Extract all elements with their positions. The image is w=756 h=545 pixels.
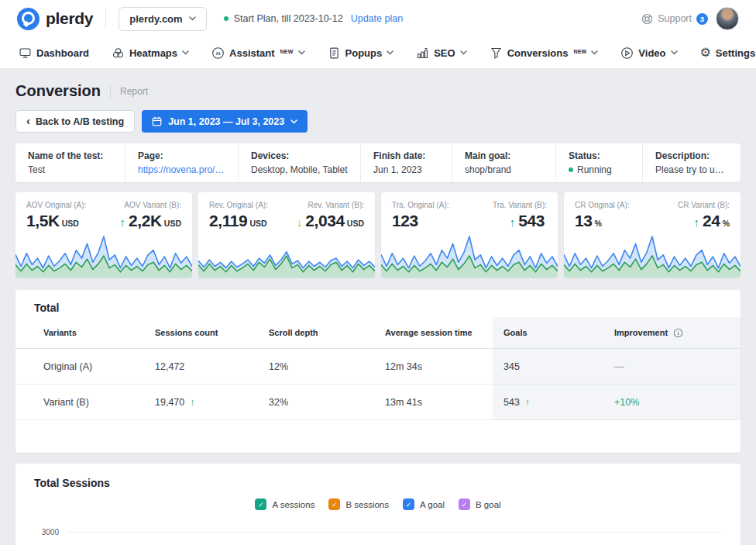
legend-a-goal[interactable]: A goal: [403, 498, 445, 510]
metric-card-aov: AOV Original (A): AOV Variant (B): 1,5KU…: [15, 192, 192, 278]
col-scroll-depth: Scroll depth: [258, 317, 374, 349]
legend-b-sessions[interactable]: B sessions: [328, 498, 389, 510]
cell-goals: 543↑: [493, 385, 603, 420]
metric-label: CR Variant (B):: [678, 201, 730, 209]
metric-value: 1,5K: [26, 212, 60, 229]
metric-label: AOV Original (A):: [26, 201, 86, 209]
nav-dashboard[interactable]: Dashboard: [19, 47, 89, 60]
calendar-icon: [152, 116, 162, 126]
checkbox-icon[interactable]: [459, 498, 470, 510]
plan-info: Start Plan, till 2023-10-12 Update plan: [224, 13, 403, 24]
legend-b-goal[interactable]: B goal: [459, 498, 501, 510]
nav-settings[interactable]: ⚙ Settings: [700, 47, 756, 59]
metric-value: 13: [575, 212, 593, 229]
field-devices: Devices: Desktop, Mobile, Tablet: [239, 143, 361, 182]
chart-legend: A sessions B sessions A goal B goal: [15, 498, 741, 510]
legend-a-sessions[interactable]: A sessions: [255, 498, 314, 510]
up-arrow-icon: ↑: [190, 396, 195, 408]
sparkline-chart: [15, 235, 192, 278]
field-test-name: Name of the test: Test: [15, 143, 125, 182]
test-page-link[interactable]: https://novena.pro/novos...: [138, 164, 225, 175]
domain-select[interactable]: plerdy.com: [119, 7, 206, 31]
plerdy-logo-icon: [17, 8, 40, 30]
field-main-goal: Main goal: shop/brand: [452, 143, 556, 182]
breadcrumb: Report: [120, 86, 148, 97]
plerdy-logo[interactable]: plerdy: [17, 8, 93, 30]
status-value: Running: [577, 164, 612, 175]
plan-status-dot: [224, 16, 229, 21]
new-badge: NEW: [280, 49, 294, 54]
date-range-button[interactable]: Jun 1, 2023 — Jul 3, 2023: [142, 110, 308, 133]
nav-label: Heatmaps: [129, 47, 177, 59]
nav-label: Video: [638, 47, 665, 59]
cell-variant: Variant (B): [15, 385, 144, 420]
funnel-icon: [490, 47, 503, 60]
metric-unit: %: [723, 219, 730, 228]
metric-label: Tra. Original (A):: [392, 201, 449, 209]
page-title: Conversion: [15, 82, 101, 100]
checkbox-icon[interactable]: [328, 498, 340, 510]
metric-label: AOV Variant (B):: [124, 201, 181, 209]
nav-label: Settings: [716, 47, 755, 59]
nav-label: Popups: [345, 47, 383, 59]
nav-heatmaps[interactable]: Heatmaps: [112, 47, 189, 60]
nav-label: Conversions: [507, 47, 569, 59]
chevron-down-icon: [460, 50, 467, 55]
heatmaps-icon: [112, 47, 125, 60]
support-label: Support: [658, 13, 692, 24]
top-header: plerdy plerdy.com Start Plan, till 2023-…: [0, 0, 756, 37]
nav-popups[interactable]: Popups: [328, 47, 394, 60]
nav-label: Dashboard: [36, 47, 89, 59]
nav-assistant[interactable]: AI AssistantNEW: [211, 47, 304, 60]
cell-variant: Original (A): [15, 349, 144, 385]
metric-unit: USD: [62, 219, 79, 228]
back-to-ab-testing-button[interactable]: ‹ Back to A/B testing: [15, 110, 135, 133]
cell-sessions: 12,472: [144, 349, 258, 385]
trend-arrow-icon: ↑: [120, 216, 126, 229]
info-icon[interactable]: [673, 328, 683, 338]
totals-section: Total Variants Sessions count Scroll dep…: [15, 290, 741, 453]
metric-card-cr: CR Original (A): CR Variant (B): 13% ↑24…: [564, 192, 741, 278]
bar-chart-icon: [416, 47, 429, 60]
checkbox-icon[interactable]: [403, 498, 414, 510]
y-axis-tick: 3000: [34, 528, 59, 536]
nav-seo[interactable]: SEO: [416, 47, 466, 60]
metric-value: 123: [392, 212, 418, 229]
chevron-down-icon: [387, 50, 393, 55]
domain-select-value: plerdy.com: [129, 13, 182, 25]
date-range-label: Jun 1, 2023 — Jul 3, 2023: [168, 116, 284, 127]
totals-title: Total: [15, 290, 741, 317]
sessions-chart-grid: 3000 2400: [15, 521, 741, 545]
up-arrow-icon: ↑: [525, 396, 531, 408]
chevron-down-icon: [671, 50, 678, 55]
metric-value: 2,2K: [129, 212, 162, 229]
cell-scroll: 12%: [258, 349, 374, 385]
header-divider: [105, 9, 106, 29]
update-plan-link[interactable]: Update plan: [351, 13, 403, 24]
sparkline-chart: [564, 235, 741, 278]
metric-card-traffic: Tra. Original (A): Tra. Variant (B): 123…: [381, 192, 558, 278]
field-finish-date: Finish date: Jun 1, 2023: [361, 143, 452, 182]
cell-improvement: —: [603, 349, 741, 385]
monitor-icon: [19, 47, 32, 60]
user-avatar[interactable]: [716, 7, 739, 30]
checkbox-icon[interactable]: [255, 498, 266, 510]
nav-conversions[interactable]: ConversionsNEW: [490, 47, 599, 60]
cell-avg-time: 13m 41s: [374, 385, 493, 420]
nav-video[interactable]: Video: [620, 47, 677, 60]
status-dot: [569, 167, 573, 172]
chevron-left-icon: ‹: [26, 115, 30, 126]
metric-value: 2,119: [209, 212, 247, 229]
field-status: Status: Running: [556, 143, 643, 182]
table-row-original-a: Original (A) 12,472 12% 12m 34s 345 —: [15, 349, 741, 385]
cell-improvement: +10%: [603, 385, 741, 420]
support-button[interactable]: Support 3: [641, 13, 708, 25]
metric-label: Tra. Variant (B):: [493, 201, 547, 209]
metric-label: Rev. Original (A):: [209, 201, 268, 209]
metric-value: 543: [518, 212, 545, 229]
field-page: Page: https://novena.pro/novos...: [125, 143, 239, 182]
col-avg-session-time: Average session time: [374, 317, 493, 349]
document-icon: [328, 47, 341, 60]
chevron-down-icon: [182, 50, 189, 55]
col-sessions: Sessions count: [144, 317, 258, 349]
